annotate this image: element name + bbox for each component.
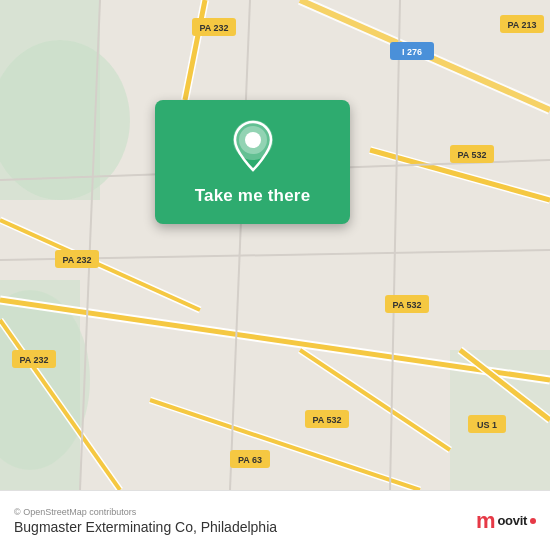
map-roads: PA 232 I 276 PA 213 PA 532 PA 232 PA 532…	[0, 0, 550, 490]
svg-line-26	[230, 0, 250, 490]
take-me-there-button[interactable]: Take me there	[195, 186, 311, 206]
moovit-logo-text: oovit	[497, 513, 527, 528]
svg-text:PA 232: PA 232	[199, 23, 228, 33]
bottom-bar: © OpenStreetMap contributors Bugmaster E…	[0, 490, 550, 550]
bottom-info: © OpenStreetMap contributors Bugmaster E…	[14, 507, 277, 535]
copyright-text: © OpenStreetMap contributors	[14, 507, 277, 517]
svg-point-50	[245, 132, 261, 148]
svg-line-8	[185, 0, 205, 100]
svg-line-22	[150, 400, 420, 490]
svg-text:PA 63: PA 63	[238, 455, 262, 465]
moovit-logo-m: m	[476, 508, 496, 534]
moovit-logo-dot	[530, 518, 536, 524]
svg-text:I 276: I 276	[402, 47, 422, 57]
business-name: Bugmaster Exterminating Co, Philadelphia	[14, 519, 277, 535]
svg-text:US 1: US 1	[477, 420, 497, 430]
moovit-logo: m oovit	[476, 508, 536, 534]
svg-text:PA 232: PA 232	[62, 255, 91, 265]
pin-icon-wrap	[227, 120, 279, 172]
svg-text:PA 213: PA 213	[507, 20, 536, 30]
svg-text:PA 232: PA 232	[19, 355, 48, 365]
svg-text:PA 532: PA 532	[312, 415, 341, 425]
map-container: PA 232 I 276 PA 213 PA 532 PA 232 PA 532…	[0, 0, 550, 490]
svg-text:PA 532: PA 532	[457, 150, 486, 160]
svg-text:PA 532: PA 532	[392, 300, 421, 310]
action-card[interactable]: Take me there	[155, 100, 350, 224]
location-pin-icon	[231, 120, 275, 172]
